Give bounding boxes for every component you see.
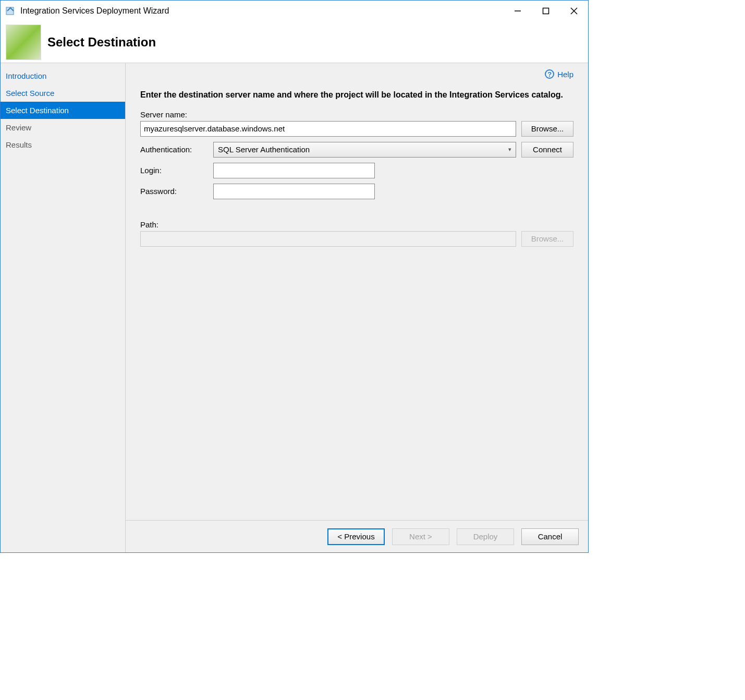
path-input [140,231,516,247]
sidebar-item-select-source[interactable]: Select Source [1,85,125,102]
deploy-button: Deploy [457,528,514,545]
maximize-button[interactable] [532,1,560,21]
titlebar: Integration Services Deployment Wizard [1,1,588,21]
close-button[interactable] [560,1,588,21]
body: Introduction Select Source Select Destin… [1,63,588,552]
wizard-step-icon [6,25,41,60]
authentication-select[interactable]: SQL Server Authentication ▾ [213,142,516,158]
next-button: Next > [392,528,449,545]
previous-button[interactable]: < Previous [327,528,385,545]
window-controls [504,1,588,21]
help-icon: ? [545,69,554,79]
help-label: Help [557,70,573,79]
authentication-value: SQL Server Authentication [218,145,310,154]
login-input[interactable] [213,163,375,178]
help-link[interactable]: ? Help [545,69,573,79]
server-name-input[interactable] [140,121,516,137]
footer: < Previous Next > Deploy Cancel [126,520,588,552]
login-label: Login: [140,166,208,175]
wizard-window: Integration Services Deployment Wizard S… [0,0,589,553]
password-input[interactable] [213,184,375,199]
browse-server-button[interactable]: Browse... [521,121,573,137]
connect-button[interactable]: Connect [521,142,573,158]
svg-rect-2 [543,8,549,14]
sidebar-item-introduction[interactable]: Introduction [1,67,125,85]
page-title: Select Destination [47,35,156,50]
step-sidebar: Introduction Select Source Select Destin… [1,63,126,552]
cancel-button[interactable]: Cancel [521,528,579,545]
app-icon [5,5,16,17]
browse-path-button: Browse... [521,231,573,247]
password-label: Password: [140,187,208,196]
sidebar-item-select-destination[interactable]: Select Destination [1,102,125,119]
sidebar-item-results: Results [1,136,125,153]
path-label: Path: [140,220,573,229]
header: Select Destination [1,21,588,63]
sidebar-item-review: Review [1,119,125,136]
instruction-text: Enter the destination server name and wh… [140,89,573,101]
authentication-label: Authentication: [140,145,208,154]
chevron-down-icon: ▾ [508,146,511,153]
server-name-label: Server name: [140,110,573,119]
minimize-button[interactable] [504,1,532,21]
main-panel: ? Help Enter the destination server name… [126,63,588,552]
window-title: Integration Services Deployment Wizard [20,6,169,16]
